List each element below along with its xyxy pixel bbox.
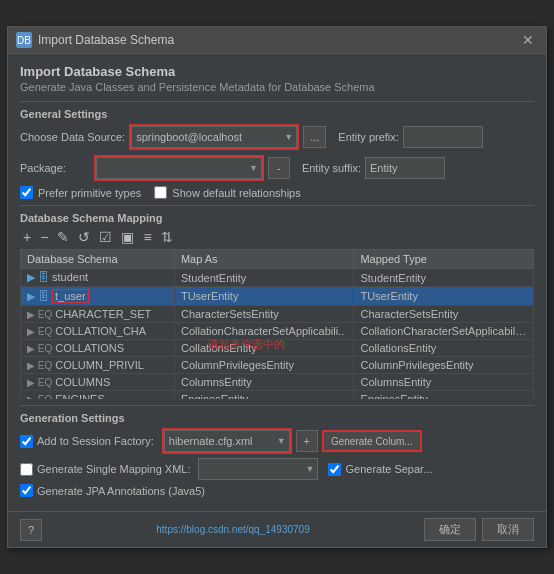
mapped-type-cell: EnginesEntity — [354, 391, 534, 400]
schema-name-cell: ▶ EQCOLUMN_PRIVIL — [21, 357, 175, 374]
list-button[interactable]: ≡ — [140, 228, 154, 246]
cancel-button[interactable]: 取消 — [482, 518, 534, 541]
dialog-title: Import Database Schema — [38, 33, 174, 47]
help-button[interactable]: ? — [20, 519, 42, 541]
uncheck-button[interactable]: ▣ — [118, 228, 137, 246]
mapped-type-cell: ColumnsEntity — [354, 374, 534, 391]
entity-suffix-input[interactable] — [365, 157, 445, 179]
schema-name-cell: ▶ EQCOLLATION_CHA — [21, 323, 175, 340]
entity-prefix-label: Entity prefix: — [338, 131, 399, 143]
mapped-type-cell: CollationCharacterSetApplicabilityEntity — [354, 323, 534, 340]
entity-prefix-input[interactable] — [403, 126, 483, 148]
mapped-type-cell: CollationsEntity — [354, 340, 534, 357]
title-bar: DB Import Database Schema ✕ — [8, 27, 546, 54]
show-default-label: Show default relationships — [172, 187, 300, 199]
map-as-cell: CollationCharacterSetApplicabili.. — [174, 323, 354, 340]
remove-row-button[interactable]: − — [37, 228, 51, 246]
prefer-primitive-checkbox[interactable] — [20, 186, 33, 199]
footer-buttons: 确定 取消 — [424, 518, 534, 541]
eq-icon: ▶ EQ — [27, 343, 52, 354]
edit-row-button[interactable]: ✎ — [54, 228, 72, 246]
schema-table-container[interactable]: Database Schema Map As Mapped Type ▶ 🗄st… — [20, 249, 534, 399]
generate-jpa-label: Generate JPA Annotations (Java5) — [37, 485, 205, 497]
main-title: Import Database Schema — [20, 64, 534, 79]
table-row[interactable]: ▶ EQCOLLATION_CHA CollationCharacterSetA… — [21, 323, 534, 340]
add-row-button[interactable]: + — [20, 228, 34, 246]
generation-settings-label: Generation Settings — [20, 412, 534, 424]
refresh-button[interactable]: ↺ — [75, 228, 93, 246]
eq-icon: ▶ EQ — [27, 360, 52, 371]
col-mapped-type: Mapped Type — [354, 250, 534, 269]
table-row[interactable]: ▶ EQCOLLATIONS CollationsEntity Collatio… — [21, 340, 534, 357]
session-file-select[interactable]: hibernate.cfg.xml — [164, 430, 290, 452]
show-default-checkbox[interactable] — [154, 186, 167, 199]
table-row[interactable]: ▶ EQENGINES EnginesEntity EnginesEntity — [21, 391, 534, 400]
mapped-type-cell: TUserEntity — [354, 287, 534, 306]
map-as-cell: ColumnsEntity — [174, 374, 354, 391]
dialog-footer: ? https://blog.csdn.net/qq_14930709 确定 取… — [8, 511, 546, 547]
table-row[interactable]: ▶ 🗄student StudentEntity StudentEntity — [21, 269, 534, 287]
add-to-session-checkbox[interactable] — [20, 435, 33, 448]
map-as-cell: ColumnPrivilegesEntity — [174, 357, 354, 374]
close-button[interactable]: ✕ — [518, 32, 538, 48]
mapped-type-cell: ColumnPrivilegesEntity — [354, 357, 534, 374]
schema-name-cell: ▶ EQCHARACTER_SET — [21, 306, 175, 323]
watermark-link: https://blog.csdn.net/qq_14930709 — [156, 524, 309, 535]
dialog-icon: DB — [16, 32, 32, 48]
eq-icon: ▶ EQ — [27, 309, 52, 320]
check-all-button[interactable]: ☑ — [96, 228, 115, 246]
table-icon: ▶ 🗄 — [27, 290, 49, 302]
table-toolbar: + − ✎ ↺ ☑ ▣ ≡ ⇅ — [20, 228, 534, 246]
schema-name-cell: ▶ EQCOLLATIONS — [21, 340, 175, 357]
eq-icon: ▶ EQ — [27, 394, 52, 399]
add-to-session-label: Add to Session Factory: — [37, 435, 154, 447]
map-as-cell: TUserEntity — [174, 287, 354, 306]
col-map-as: Map As — [174, 250, 354, 269]
mapped-type-cell: StudentEntity — [354, 269, 534, 287]
package-select[interactable] — [96, 157, 262, 179]
table-row[interactable]: ▶ EQCHARACTER_SET CharacterSetsEntity Ch… — [21, 306, 534, 323]
map-as-cell: CharacterSetsEntity — [174, 306, 354, 323]
table-row[interactable]: ▶ 🗄t_user TUserEntity TUserEntity — [21, 287, 534, 306]
datasource-select[interactable]: springboot@localhost — [131, 126, 297, 148]
generate-separate-checkbox[interactable] — [328, 463, 341, 476]
prefer-primitive-label: Prefer primitive types — [38, 187, 141, 199]
col-database-schema: Database Schema — [21, 250, 175, 269]
schema-mapping-label: Database Schema Mapping — [20, 212, 534, 224]
datasource-browse-button[interactable]: ... — [303, 126, 326, 148]
generate-single-mapping-checkbox[interactable] — [20, 463, 33, 476]
map-as-cell: EnginesEntity — [174, 391, 354, 400]
schema-name-cell: ▶ 🗄student — [21, 269, 175, 287]
add-session-button[interactable]: + — [296, 430, 318, 452]
generate-jpa-checkbox[interactable] — [20, 484, 33, 497]
schema-name-cell: ▶ 🗄t_user — [21, 287, 175, 306]
package-minus-button[interactable]: - — [268, 157, 290, 179]
single-mapping-select[interactable] — [198, 458, 318, 480]
generate-column-button[interactable]: Generate Colum... — [322, 430, 422, 452]
sort-button[interactable]: ⇅ — [158, 228, 176, 246]
generate-single-label: Generate Single Mapping XML: — [37, 463, 190, 475]
eq-icon: ▶ EQ — [27, 326, 52, 337]
table-row[interactable]: ▶ EQCOLUMN_PRIVIL ColumnPrivilegesEntity… — [21, 357, 534, 374]
map-as-cell: StudentEntity — [174, 269, 354, 287]
mapped-type-cell: CharacterSetsEntity — [354, 306, 534, 323]
eq-icon: ▶ EQ — [27, 377, 52, 388]
datasource-label: Choose Data Source: — [20, 131, 125, 143]
general-settings-label: General Settings — [20, 108, 534, 120]
map-as-cell: CollationsEntity — [174, 340, 354, 357]
generate-separate-label: Generate Separ... — [345, 463, 432, 475]
table-row[interactable]: ▶ EQCOLUMNS ColumnsEntity ColumnsEntity — [21, 374, 534, 391]
schema-name-cell: ▶ EQCOLUMNS — [21, 374, 175, 391]
table-icon: ▶ 🗄 — [27, 271, 49, 283]
entity-suffix-label: Entity suffix: — [302, 162, 361, 174]
main-subtitle: Generate Java Classes and Persistence Me… — [20, 81, 534, 93]
schema-table: Database Schema Map As Mapped Type ▶ 🗄st… — [20, 249, 534, 399]
ok-button[interactable]: 确定 — [424, 518, 476, 541]
package-label: Package: — [20, 162, 66, 174]
schema-name-cell: ▶ EQENGINES — [21, 391, 175, 400]
